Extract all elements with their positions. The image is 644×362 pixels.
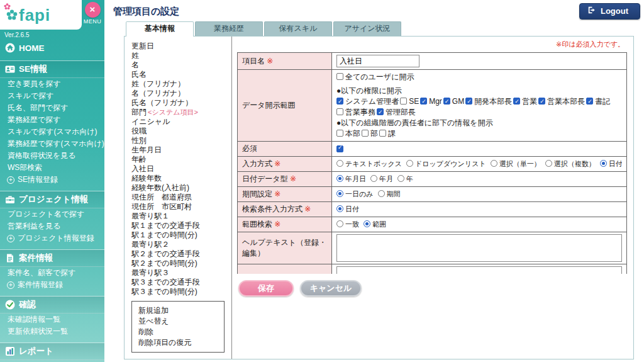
- sidebar-item[interactable]: スキルで探す(スマホ向け): [0, 126, 104, 138]
- radio-unselected[interactable]: [406, 160, 413, 167]
- checkbox-unchecked[interactable]: [336, 130, 343, 137]
- checkbox-checked[interactable]: [377, 108, 384, 115]
- field-list-item[interactable]: イニシャル: [131, 117, 231, 127]
- field-list-item[interactable]: 駅２までの交通手段: [131, 249, 231, 259]
- checkbox-checked[interactable]: [443, 98, 450, 105]
- radio-option[interactable]: テキストボックス: [336, 160, 402, 167]
- checkbox-option[interactable]: 本部: [336, 128, 360, 139]
- field-list-item[interactable]: 駅１までの交通手段: [131, 221, 231, 230]
- field-list-item[interactable]: 氏名: [131, 70, 231, 79]
- checkbox-checked[interactable]: [420, 98, 427, 105]
- sidebar-item[interactable]: スキルで探す: [0, 90, 104, 102]
- field-list-item[interactable]: 駅３までの交通手段: [131, 278, 231, 287]
- checkbox-unchecked[interactable]: [336, 73, 343, 80]
- field-list-item[interactable]: 経験年数: [131, 174, 231, 183]
- field-list-item[interactable]: 名: [131, 60, 231, 70]
- sidebar-item[interactable]: 更新依頼状況一覧: [0, 325, 104, 337]
- radio-selected[interactable]: [364, 220, 370, 227]
- field-list-item[interactable]: 駅１までの時間(分): [131, 230, 231, 240]
- checkbox-checked[interactable]: [465, 98, 472, 105]
- radio-option[interactable]: 日付: [336, 205, 359, 213]
- radio-selected[interactable]: [336, 205, 343, 212]
- checkbox-unchecked[interactable]: [362, 130, 369, 137]
- radio-unselected[interactable]: [378, 190, 385, 197]
- sidebar-item[interactable]: 営業利益を見る: [0, 220, 104, 232]
- tab[interactable]: アサイン状況: [333, 21, 401, 36]
- field-list-item[interactable]: 氏名（フリガナ）: [131, 98, 231, 108]
- checkbox-checked[interactable]: [538, 98, 545, 105]
- field-list-item[interactable]: 姓（フリガナ）: [131, 79, 231, 89]
- item-name-input[interactable]: [336, 55, 419, 67]
- sidebar-item[interactable]: +案件情報登録: [0, 279, 104, 291]
- sidebar-section-header[interactable]: プロジェクト情報: [0, 191, 104, 208]
- radio-option[interactable]: 範囲: [364, 220, 386, 228]
- radio-option[interactable]: 年: [397, 175, 413, 183]
- sidebar-item[interactable]: 空き要員を探す: [0, 78, 104, 90]
- help-text-textarea[interactable]: [336, 266, 622, 274]
- sidebar-item[interactable]: 氏名、部門で探す: [0, 102, 104, 114]
- field-list-item[interactable]: 名（フリガナ）: [131, 89, 231, 98]
- radio-unselected[interactable]: [370, 175, 377, 182]
- field-list-item[interactable]: 入社日: [131, 164, 231, 174]
- field-list-item[interactable]: 現住所 市区町村: [131, 202, 231, 212]
- save-button[interactable]: 保存: [238, 280, 294, 297]
- checkbox-checked[interactable]: [586, 98, 593, 105]
- sidebar-item-home[interactable]: HOME: [0, 40, 104, 55]
- field-list-item[interactable]: 役職: [131, 127, 231, 136]
- field-list-item[interactable]: 駅３までの時間(分): [131, 287, 231, 297]
- field-action-link[interactable]: 新規追加: [138, 306, 218, 315]
- radio-unselected[interactable]: [491, 160, 497, 167]
- radio-option[interactable]: 期間: [378, 190, 401, 198]
- sidebar-item[interactable]: 未確認情報一覧: [0, 314, 104, 325]
- radio-unselected[interactable]: [336, 160, 343, 167]
- sidebar-item[interactable]: 業務経歴で探す: [0, 114, 104, 126]
- logout-button[interactable]: Logout: [579, 3, 640, 20]
- checkbox-option[interactable]: 営業: [513, 96, 537, 107]
- radio-option[interactable]: 年月: [370, 175, 393, 183]
- radio-selected[interactable]: [336, 175, 343, 182]
- radio-option[interactable]: 一致: [336, 220, 359, 228]
- checkbox-option[interactable]: 書記: [586, 96, 610, 107]
- radio-unselected[interactable]: [545, 160, 552, 167]
- tab[interactable]: 保有スキル: [264, 21, 332, 36]
- field-list-item[interactable]: 年齢: [131, 155, 231, 164]
- sidebar-item[interactable]: 業務経歴で探す(スマホ向け): [0, 138, 104, 150]
- radio-option[interactable]: 年月日: [336, 175, 366, 183]
- sidebar-item[interactable]: 資格取得状況を見る: [0, 150, 104, 162]
- form-scroll-area[interactable]: 項目名 ※データ開示範囲全てのユーザに開示●以下の権限に開示システム管理者SEM…: [237, 52, 627, 274]
- radio-option[interactable]: 選択（単一）: [491, 160, 541, 167]
- checkbox-option[interactable]: 管理部長: [377, 107, 416, 118]
- checkbox-option[interactable]: 開発本部長: [465, 96, 512, 107]
- radio-option[interactable]: 日付: [600, 160, 622, 167]
- field-action-link[interactable]: 削除: [138, 327, 218, 337]
- radio-option[interactable]: 選択（複数）: [545, 160, 596, 167]
- field-list-item[interactable]: 生年月日: [131, 145, 231, 155]
- cancel-button[interactable]: キャンセル: [300, 280, 362, 297]
- sidebar-item[interactable]: 案件名、顧客で探す: [0, 267, 104, 279]
- checkbox-option[interactable]: GM: [443, 96, 464, 107]
- tab[interactable]: 業務経歴: [195, 21, 263, 36]
- sidebar-item[interactable]: +プロジェクト情報登録: [0, 232, 104, 244]
- checkbox-option[interactable]: 営業本部長: [538, 96, 585, 107]
- field-list-item[interactable]: 駅２までの時間(分): [131, 259, 231, 268]
- radio-unselected[interactable]: [397, 175, 404, 182]
- radio-unselected[interactable]: [336, 220, 343, 227]
- radio-option[interactable]: ドロップダウンリスト: [406, 160, 486, 167]
- field-list-item[interactable]: 部門<システム項目>: [131, 108, 231, 117]
- checkbox-checked[interactable]: [336, 145, 343, 152]
- field-list-item[interactable]: 性別: [131, 136, 231, 145]
- field-list-item[interactable]: 姓: [131, 51, 231, 60]
- checkbox-checked[interactable]: [336, 98, 343, 105]
- checkbox-option[interactable]: 全てのユーザに開示: [336, 72, 414, 81]
- field-list-item[interactable]: 最寄り駅２: [131, 240, 231, 249]
- field-action-link[interactable]: 削除項目の復元: [138, 338, 218, 348]
- checkbox-option[interactable]: Mgr: [420, 96, 442, 107]
- field-list-item[interactable]: 経験年数(入社前): [131, 183, 231, 193]
- sidebar-item[interactable]: WS部検索: [0, 162, 104, 174]
- field-list-item[interactable]: 最寄り駅１: [131, 212, 231, 221]
- checkbox-checked[interactable]: [513, 98, 520, 105]
- tab[interactable]: 基本情報: [126, 21, 194, 37]
- radio-selected[interactable]: [600, 160, 607, 167]
- checkbox-option[interactable]: 部: [362, 128, 378, 139]
- checkbox-option[interactable]: システム管理者: [336, 96, 399, 107]
